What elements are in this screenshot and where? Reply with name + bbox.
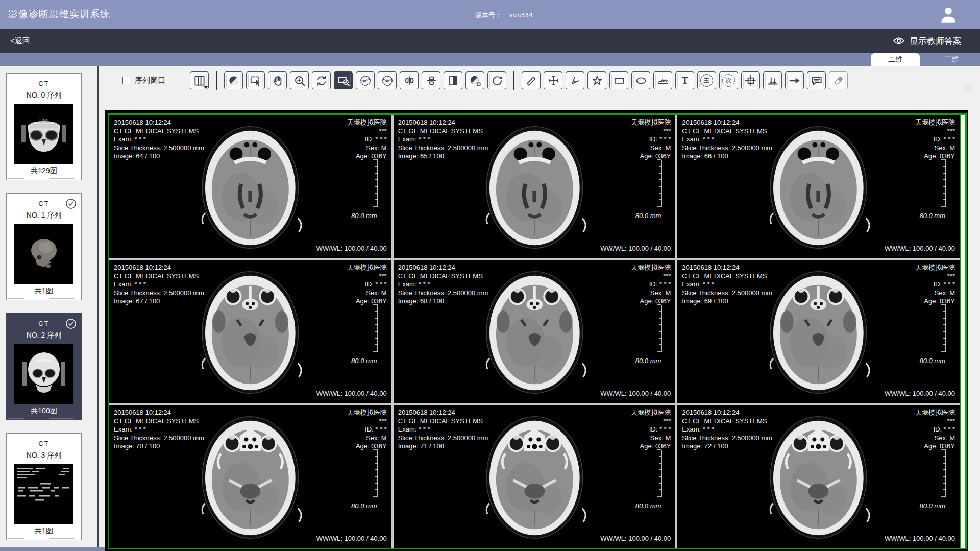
- cell-datetime: 20150618 10:12:24: [682, 409, 772, 417]
- secondary-marker-button[interactable]: 次: [719, 71, 738, 89]
- cell-datetime: 20150618 10:12:24: [398, 409, 488, 417]
- viewer-cell-8[interactable]: 20150618 10:12:24 CT GE MEDICAL SYSTEMS …: [677, 405, 960, 548]
- series-card-0[interactable]: CTNO. 0 序列W08共129图: [6, 73, 82, 180]
- user-avatar-icon[interactable]: [938, 4, 959, 26]
- measure-rect-button[interactable]: [609, 71, 628, 89]
- cell-patient-id: ID: * * *: [631, 280, 671, 289]
- series-card-2[interactable]: CTNO. 2 序列共100图: [6, 313, 82, 420]
- rotate-90-ccw-icon: 90°: [359, 74, 372, 87]
- viewer-cell-6[interactable]: 20150618 10:12:24 CT GE MEDICAL SYSTEMS …: [109, 405, 391, 548]
- cell-patient-id: ID: * * *: [347, 425, 387, 434]
- rotate-cycle-icon: [315, 74, 328, 87]
- layout-button[interactable]: [190, 71, 209, 89]
- viewer-cell-4[interactable]: 20150618 10:12:24 CT GE MEDICAL SYSTEMS …: [394, 260, 676, 403]
- cell-manufacturer: CT GE MEDICAL SYSTEMS: [398, 127, 488, 136]
- cell-sex: Sex: M: [915, 289, 955, 298]
- cell-sex: Sex: M: [347, 144, 387, 153]
- flip-horizontal-button[interactable]: [400, 71, 419, 89]
- cell-image-number: Image: 69 / 100: [682, 297, 772, 306]
- viewer-cell-7[interactable]: 20150618 10:12:24 CT GE MEDICAL SYSTEMS …: [394, 405, 676, 548]
- roi-button[interactable]: [741, 71, 760, 89]
- rotate-ccw-button[interactable]: 90°: [356, 71, 375, 89]
- svg-text:W08: W08: [40, 119, 48, 124]
- cell-age: Age: 036Y: [631, 152, 671, 161]
- cell-datetime: 20150618 10:12:24: [114, 263, 204, 272]
- zoom-region-button[interactable]: [334, 71, 353, 89]
- cell-masked: ***: [347, 127, 387, 136]
- viewer-cell-1[interactable]: 20150618 10:12:24 CT GE MEDICAL SYSTEMS …: [394, 115, 676, 258]
- svg-text:90°: 90°: [362, 79, 368, 83]
- tab-3d[interactable]: 三维: [927, 53, 976, 66]
- viewer-cell-3[interactable]: 20150618 10:12:24 CT GE MEDICAL SYSTEMS …: [109, 260, 391, 403]
- comment-icon: [810, 74, 823, 87]
- scale-ruler: [372, 159, 379, 210]
- collapse-toolbar-icon[interactable]: [961, 81, 975, 93]
- pan-button[interactable]: [268, 71, 287, 89]
- scale-label: 80.0 mm: [635, 357, 662, 366]
- reset-button[interactable]: [487, 71, 506, 89]
- cell-masked: ***: [631, 417, 671, 426]
- sidebar-scrollbar[interactable]: [0, 547, 110, 551]
- measure-star-icon: [591, 74, 604, 87]
- rotate-button[interactable]: [312, 71, 331, 89]
- window-level-label: WW/WL: 100.00 / 40.00: [600, 390, 671, 398]
- cell-slice-thickness: Slice Thickness: 2.500000 mm: [114, 289, 204, 298]
- back-button[interactable]: <返回: [10, 36, 30, 46]
- flip-vertical-button[interactable]: [422, 71, 440, 89]
- show-teacher-answer-label: 显示教师答案: [910, 35, 962, 47]
- measure-curve-button[interactable]: [653, 71, 672, 89]
- cell-slice-thickness: Slice Thickness: 2.500000 mm: [114, 434, 204, 443]
- text-button[interactable]: T: [675, 71, 694, 89]
- measure-cross-button[interactable]: [544, 71, 562, 89]
- cell-patient-id: ID: * * *: [347, 135, 387, 144]
- comment-button[interactable]: [807, 71, 826, 89]
- cell-masked: ***: [915, 127, 955, 136]
- cell-age: Age: 036Y: [631, 442, 671, 451]
- cell-image-number: Image: 70 / 100: [114, 442, 204, 451]
- cell-overlay-top-right: 天堰模拟医院 *** ID: * * * Sex: M Age: 036Y: [631, 263, 671, 306]
- cell-image-number: Image: 66 / 100: [682, 152, 772, 161]
- rotate-cw-button[interactable]: 90°: [378, 71, 397, 89]
- scale-ruler: [940, 449, 947, 500]
- show-teacher-answer-button[interactable]: 显示教师答案: [893, 35, 962, 47]
- cell-manufacturer: CT GE MEDICAL SYSTEMS: [682, 417, 772, 426]
- cell-patient-id: ID: * * *: [631, 135, 671, 144]
- series-card-3[interactable]: CTNO. 3 序列共1图: [6, 433, 82, 540]
- svg-text:90°: 90°: [385, 79, 391, 83]
- histogram-icon: [766, 74, 779, 87]
- window-preset-button[interactable]: [465, 71, 484, 89]
- window-level-label: WW/WL: 100.00 / 40.00: [316, 390, 387, 398]
- zoom-in-button[interactable]: [290, 71, 309, 89]
- cell-exam: Exam: * * *: [114, 135, 204, 144]
- cell-hospital: 天堰模拟医院: [915, 263, 955, 272]
- circle-label-dashed-icon: 次: [722, 74, 735, 87]
- checkbox-box[interactable]: [122, 77, 130, 84]
- toolbar-divider: [216, 71, 217, 90]
- cell-overlay-top-right: 天堰模拟医院 *** ID: * * * Sex: M Age: 036Y: [915, 263, 955, 306]
- selected-viewport-frame: 20150618 10:12:24 CT GE MEDICAL SYSTEMS …: [108, 113, 967, 549]
- cell-image-number: Image: 72 / 100: [682, 442, 772, 451]
- cell-sex: Sex: M: [631, 289, 671, 298]
- select-button[interactable]: [246, 71, 265, 89]
- measure-line-button[interactable]: [522, 71, 541, 89]
- primary-marker-button[interactable]: 主: [697, 71, 716, 89]
- viewer-scrollbar[interactable]: [960, 115, 965, 548]
- series-card-1[interactable]: CTNO. 1 序列共1图: [6, 193, 82, 300]
- arrow-button[interactable]: [785, 71, 804, 89]
- zoom-in-icon: [293, 74, 306, 87]
- series-count: 共129图: [7, 166, 81, 176]
- window-level-button[interactable]: [224, 71, 243, 89]
- cell-sex: Sex: M: [631, 144, 671, 153]
- cell-image-number: Image: 68 / 100: [398, 297, 488, 306]
- viewer-cell-5[interactable]: 20150618 10:12:24 CT GE MEDICAL SYSTEMS …: [677, 260, 960, 403]
- version-value: svn334: [509, 11, 533, 19]
- viewer-cell-2[interactable]: 20150618 10:12:24 CT GE MEDICAL SYSTEMS …: [677, 115, 960, 258]
- measure-star-button[interactable]: [587, 71, 606, 89]
- viewer-cell-0[interactable]: 20150618 10:12:24 CT GE MEDICAL SYSTEMS …: [109, 115, 391, 258]
- tab-2d[interactable]: 二维: [871, 53, 920, 66]
- histogram-button[interactable]: [763, 71, 782, 89]
- measure-angle-button[interactable]: [566, 71, 584, 89]
- invert-button[interactable]: [444, 71, 462, 89]
- measure-ellipse-button[interactable]: [631, 71, 650, 89]
- series-window-checkbox[interactable]: 序列窗口: [122, 76, 165, 85]
